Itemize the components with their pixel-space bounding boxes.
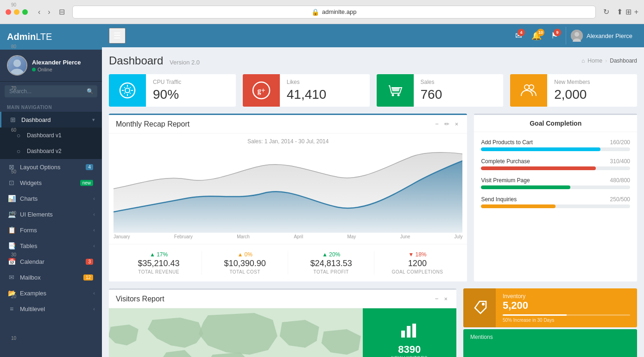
price-tag-icon — [471, 300, 488, 316]
breadcrumb-current: Dashboard — [610, 57, 637, 64]
edit-box-btn[interactable]: ✏ — [442, 120, 451, 128]
user-info: Alexander Pierce Online — [32, 59, 95, 72]
minimize-box-btn[interactable]: − — [433, 120, 441, 128]
goal-item-purchase: Complete Purchase 310/400 — [481, 158, 630, 170]
browser-url-bar[interactable]: 🔒 adminlte.app — [72, 6, 596, 19]
main-content: ☰ ✉ 4 🔔 10 ⚑ 9 — [102, 24, 644, 357]
tasks-badge: 9 — [554, 29, 561, 36]
sidebar-label-dashboard-v1: Dashboard v1 — [27, 132, 95, 139]
sidebar-label-examples: Examples — [20, 290, 93, 297]
user-name: Alexander Pierce — [32, 59, 95, 66]
map-svg — [109, 308, 363, 357]
goal-section: Add Products to Cart 160/200 Complete Pu… — [474, 139, 637, 222]
maximize-dot[interactable] — [22, 9, 28, 15]
likes-value: 41,410 — [287, 87, 363, 102]
inventory-content: Inventory 5,200 50% Increase in 30 Days — [496, 288, 637, 327]
svg-rect-15 — [407, 326, 410, 338]
revenue-amount: $35,210.43 — [120, 259, 197, 268]
url-lock-icon: 🔒 — [311, 8, 319, 16]
revenue-desc: TOTAL REVENUE — [120, 269, 197, 274]
inventory-box: Inventory 5,200 50% Increase in 30 Days — [463, 288, 637, 327]
sidebar-label-mailbox: Mailbox — [20, 274, 83, 281]
sales-icon-box — [377, 74, 414, 107]
goal-item-premium: Visit Premium Page 480/800 — [481, 177, 630, 189]
cost-amount: $10,390.90 — [207, 259, 283, 268]
chevron-down-icon: ▾ — [92, 117, 95, 123]
goal-item-cart: Add Products to Cart 160/200 — [481, 139, 630, 151]
svg-point-10 — [397, 94, 399, 96]
sidebar-label-ui: UI Elements — [20, 211, 93, 218]
user-menu[interactable]: Alexander Pierce — [566, 27, 637, 45]
page-header: Dashboard Version 2.0 ⌂ Home › Dashboard — [109, 54, 637, 67]
share-button[interactable]: ⬆ — [617, 7, 623, 16]
sidebar-label-dashboard: Dashboard — [21, 116, 92, 123]
sidebar-toggle-button[interactable]: ⊟ — [59, 7, 65, 16]
new-tab-button[interactable]: ⊞ — [625, 7, 631, 16]
cost-desc: TOTAL COST — [207, 269, 283, 274]
messages-button[interactable]: ✉ 4 — [511, 28, 526, 44]
x-feb: February — [174, 234, 193, 239]
mentions-box: Mentions — [463, 329, 637, 357]
main-row: Monthly Recap Report − ✏ × Sales: 1 Jan,… — [109, 114, 637, 281]
inventory-icon-area — [463, 288, 496, 327]
refresh-button[interactable]: ↻ — [603, 7, 609, 16]
page-title: Dashboard — [109, 54, 163, 67]
x-jun: June — [400, 234, 410, 239]
side-info-boxes: Inventory 5,200 50% Increase in 30 Days … — [463, 288, 637, 357]
likes-icon-box: g+ — [243, 74, 280, 107]
chevron-right-forms: ‹ — [93, 227, 95, 233]
svg-rect-14 — [401, 331, 405, 338]
goal-cart-header: Add Products to Cart 160/200 — [481, 139, 630, 146]
svg-point-9 — [391, 94, 394, 96]
members-icon-box — [510, 74, 547, 107]
chevron-right-multilevel: ‹ — [93, 306, 95, 312]
x-apr: April — [294, 234, 303, 239]
box-tools: − ✏ × — [433, 120, 460, 128]
cpu-label: CPU Traffic — [153, 79, 229, 85]
back-button[interactable]: ‹ — [35, 7, 43, 17]
goal-inquiries-progress-fill — [481, 204, 556, 208]
x-jan: January — [114, 234, 130, 239]
close-box-btn[interactable]: × — [453, 120, 461, 128]
page-subtitle: Version 2.0 — [170, 59, 200, 66]
goal-item-inquiries: Send Inquiries 250/500 — [481, 196, 630, 208]
stat-boxes: CPU Traffic 90% g+ Likes 41,410 — [109, 74, 637, 107]
sidebar-label-charts: Charts — [20, 195, 93, 202]
search-input[interactable] — [5, 85, 97, 97]
cpu-icon-box — [109, 74, 146, 107]
tasks-button[interactable]: ⚑ 9 — [547, 28, 562, 44]
stat-profit: ▲ 20% $24,813.53 TOTAL PROFIT — [288, 251, 374, 274]
chart-title: Sales: 1 Jan, 2014 - 30 Jul, 2014 — [114, 138, 462, 145]
visitors-close-btn[interactable]: × — [442, 294, 449, 303]
visitors-minimize-btn[interactable]: − — [433, 294, 441, 303]
members-value: 2,000 — [554, 87, 630, 102]
forward-button[interactable]: › — [45, 7, 53, 17]
goal-purchase-header: Complete Purchase 310/400 — [481, 158, 630, 165]
cost-trend: ▲ 0% — [207, 251, 283, 258]
breadcrumb-home[interactable]: Home — [587, 57, 602, 64]
home-icon: ⌂ — [581, 57, 585, 64]
brand-light: LTE — [36, 32, 52, 42]
chevron-right-charts: ‹ — [93, 196, 95, 201]
inventory-label: Inventory — [503, 293, 630, 300]
alerts-button[interactable]: 🔔 10 — [528, 28, 545, 44]
inventory-progress-bar — [503, 314, 630, 316]
sidebar-label-multilevel: Multilevel — [20, 306, 93, 312]
topnav-right: ✉ 4 🔔 10 ⚑ 9 — [511, 27, 637, 45]
user-menu-name: Alexander Pierce — [587, 32, 632, 39]
sidebar-toggle-btn[interactable]: ☰ — [109, 28, 126, 44]
completions-desc: GOAL COMPLETIONS — [379, 269, 455, 274]
members-info: New Members 2,000 — [547, 74, 637, 107]
chevron-right-tables: ‹ — [93, 243, 95, 249]
mailbox-badge: 12 — [83, 274, 93, 280]
user-status: Online — [32, 67, 95, 72]
browser-nav: ‹ › — [35, 7, 53, 17]
monthly-recap-box: Monthly Recap Report − ✏ × Sales: 1 Jan,… — [109, 114, 467, 281]
svg-point-3 — [575, 32, 579, 37]
likes-info: Likes 41,410 — [280, 74, 370, 107]
visitors-stat-box: 8390 NEW VISITORS — [363, 308, 457, 357]
page-title-group: Dashboard Version 2.0 — [109, 54, 200, 67]
more-button[interactable]: + — [634, 7, 638, 16]
goal-purchase-progress-fill — [481, 166, 596, 170]
members-label: New Members — [554, 79, 630, 85]
